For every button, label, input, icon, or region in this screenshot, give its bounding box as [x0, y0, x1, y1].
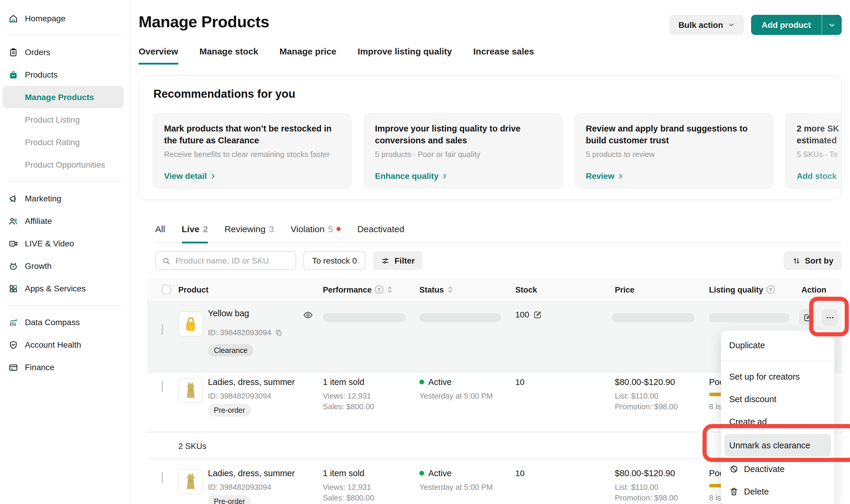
enhance-quality-link[interactable]: Enhance quality [375, 171, 448, 181]
menu-item-deactivate[interactable]: Deactivate [721, 458, 835, 480]
data-compass-icon [8, 317, 18, 327]
tab-label: Deactivated [357, 223, 404, 234]
product-name[interactable]: Yellow bag [208, 309, 249, 318]
edit-product-button[interactable] [799, 309, 816, 326]
sidebar-divider [8, 181, 122, 182]
sidebar-item-product-opportunities[interactable]: Product Opportunities [0, 154, 130, 176]
home-icon [8, 13, 18, 23]
active-status-dot [419, 471, 424, 475]
column-performance: Performance [323, 278, 393, 301]
filter-label: Filter [395, 256, 415, 265]
tab-overview[interactable]: Overview [139, 46, 178, 65]
sidebar-item-growth[interactable]: Growth [0, 255, 130, 277]
sidebar-item-apps-services[interactable]: Apps & Services [0, 277, 130, 300]
select-all-checkbox[interactable] [162, 285, 171, 294]
delete-trash-icon [729, 487, 739, 496]
listing-quality-skeleton [709, 313, 790, 322]
chevron-right-icon [441, 173, 448, 179]
search-input[interactable] [175, 256, 290, 265]
sidebar-item-label: Account Health [25, 340, 81, 349]
sort-by-button[interactable]: Sort by [784, 251, 842, 270]
product-name[interactable]: Ladies, dress, summer [208, 377, 295, 387]
view-detail-link[interactable]: View detail [164, 171, 216, 181]
row-checkbox[interactable] [162, 381, 163, 392]
sidebar-item-finance[interactable]: Finance [0, 356, 130, 378]
sidebar-item-product-rating[interactable]: Product Rating [0, 131, 130, 154]
search-icon [162, 256, 170, 265]
tab-count: 5 [328, 223, 333, 234]
review-link[interactable]: Review [586, 171, 624, 181]
page-tabs: Overview Manage stock Manage price Impro… [139, 46, 534, 65]
tab-manage-stock[interactable]: Manage stock [199, 46, 258, 65]
sidebar-item-affiliate[interactable]: Affiliate [0, 210, 130, 232]
sidebar-item-marketing[interactable]: Marketing [0, 187, 130, 210]
tab-count: 2 [203, 223, 208, 234]
column-stock: Stock [515, 278, 537, 301]
sidebar-item-products[interactable]: Products [0, 64, 130, 86]
tab-label: Violation [291, 223, 325, 234]
sidebar-item-manage-products[interactable]: Manage Products [2, 86, 124, 108]
menu-item-duplicate[interactable]: Duplicate [721, 334, 835, 357]
edit-stock-icon[interactable] [533, 310, 542, 319]
promotion-price: Promotion: $98.00 [615, 493, 677, 502]
sidebar-item-label: Product Rating [25, 138, 80, 147]
tab-improve-listing-quality[interactable]: Improve listing quality [358, 46, 452, 65]
menu-item-set-discount[interactable]: Set discount [721, 388, 835, 410]
listing-quality-help-icon[interactable] [766, 286, 775, 294]
sidebar-item-data-compass[interactable]: Data Compass [0, 311, 130, 334]
menu-item-unmark-as-clearance[interactable]: Unmark as clearance [724, 434, 831, 456]
status-cell: Active [419, 377, 452, 387]
sort-icon [792, 256, 801, 265]
product-image-dress [178, 469, 203, 494]
chevron-right-icon [617, 173, 624, 179]
menu-item-delete[interactable]: Delete [721, 480, 835, 503]
row-checkbox[interactable] [162, 472, 163, 483]
add-product-dropdown-button[interactable] [822, 15, 842, 35]
more-actions-button[interactable] [821, 309, 838, 326]
sort-carets-icon[interactable] [386, 286, 393, 294]
filter-button[interactable]: Filter [373, 251, 422, 270]
menu-item-create-ad[interactable]: Create ad [721, 410, 835, 433]
sidebar-item-live-video[interactable]: LIVE & Video [0, 232, 130, 255]
tab-violation[interactable]: Violation5 [291, 221, 341, 244]
sidebar-item-homepage[interactable]: Homepage [0, 7, 130, 30]
add-stock-link[interactable]: Add stock [797, 171, 837, 181]
chevron-right-icon [210, 173, 216, 179]
sort-carets-icon[interactable] [447, 286, 454, 294]
sidebar-item-account-health[interactable]: Account Health [0, 334, 130, 356]
preview-eye-icon[interactable] [303, 310, 313, 320]
sidebar-item-orders[interactable]: Orders [0, 41, 130, 64]
card-title: 2 more SKestimated [797, 123, 842, 146]
sidebar-item-label: Finance [25, 362, 54, 372]
page-title: Manage Products [139, 13, 269, 31]
sku-group-label[interactable]: 2 SKUs [178, 441, 206, 451]
sidebar-item-label: Growth [25, 261, 52, 271]
link-label: Enhance quality [375, 171, 439, 181]
sidebar-item-product-listing[interactable]: Product Listing [0, 108, 130, 131]
items-sold: 1 item sold [323, 468, 364, 478]
tab-all[interactable]: All [155, 221, 165, 244]
tab-live[interactable]: Live2 [182, 221, 208, 244]
pre-order-tag: Pre-order [208, 495, 251, 504]
menu-item-set-up-for-creators[interactable]: Set up for creators [721, 365, 835, 388]
tab-deactivated[interactable]: Deactivated [357, 221, 404, 244]
add-product-button[interactable]: Add product [751, 15, 822, 35]
row-checkbox[interactable] [162, 324, 163, 335]
product-id: ID: 398482093094 [208, 392, 271, 400]
bulk-action-button[interactable]: Bulk action [670, 15, 744, 35]
to-restock-button[interactable]: To restock 0 [303, 251, 366, 270]
link-label: Review [586, 171, 615, 181]
bulk-action-label: Bulk action [679, 20, 723, 30]
growth-icon [8, 261, 18, 271]
tab-manage-price[interactable]: Manage price [279, 46, 337, 65]
product-name[interactable]: Ladies, dress, summer [208, 468, 295, 478]
menu-item-label: Create ad [729, 417, 767, 427]
seller-center-app: Homepage Orders Products Manage Products… [0, 0, 850, 504]
product-id: ID: 398482093094 [208, 483, 271, 491]
tab-reviewing[interactable]: Reviewing3 [224, 221, 274, 244]
column-product: Product [178, 278, 209, 301]
copy-icon[interactable] [275, 329, 283, 336]
performance-help-icon[interactable] [375, 286, 383, 294]
recommendation-card-brand-suggestions: Review and apply brand suggestions to bu… [574, 113, 774, 189]
tab-increase-sales[interactable]: Increase sales [473, 46, 534, 65]
